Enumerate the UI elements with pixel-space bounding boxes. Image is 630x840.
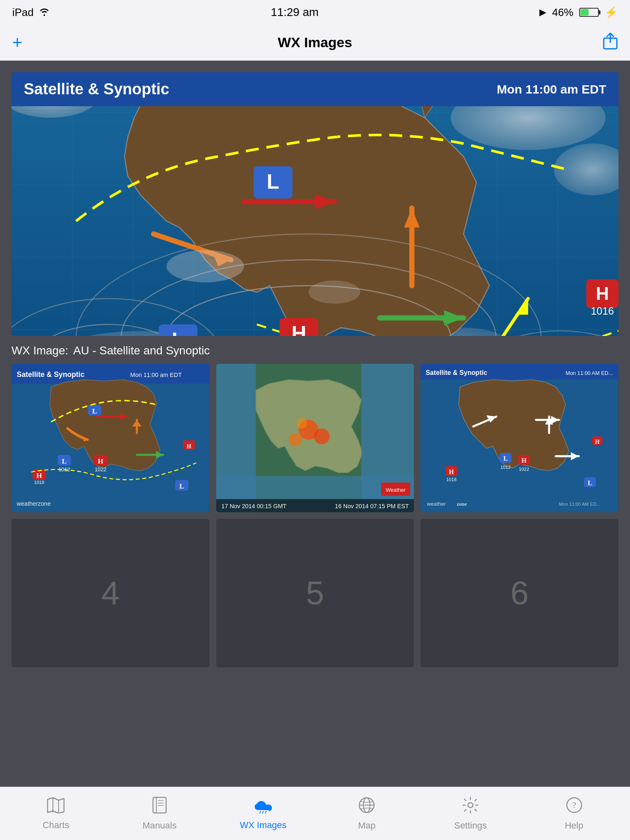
thumbnail-6[interactable]: 6 [420,519,619,667]
gear-icon [462,797,479,818]
share-button[interactable] [603,32,618,53]
main-image-title: Satellite & Synoptic [24,80,169,98]
svg-rect-118 [153,797,166,813]
weather-map-visual: H 1022 L 1012 L H 1018 H 1016 L [11,106,619,336]
thumbnail-5[interactable]: 5 [216,519,414,667]
wifi-icon [39,6,50,19]
svg-text:1018: 1018 [34,480,44,485]
svg-text:H: H [98,457,103,465]
tab-label-wx-images: WX Images [240,820,287,831]
main-image-timestamp: Mon 11:00 am EDT [497,82,606,96]
svg-text:Satellite & Synoptic: Satellite & Synoptic [17,370,84,379]
status-bar: iPad 11:29 am ▶ 46% ⚡ [0,0,630,25]
svg-text:L: L [62,457,67,465]
svg-text:L: L [588,479,592,486]
tab-label-manuals: Manuals [142,820,176,831]
wx-image-value: AU - Satellite and Synoptic [73,344,210,357]
svg-line-123 [260,811,260,813]
svg-text:L: L [267,170,279,193]
svg-text:L: L [504,455,508,462]
carrier-label: iPad [12,6,34,19]
placeholder-6: 6 [420,519,619,667]
main-image-header: Satellite & Synoptic Mon 11:00 am EDT [11,72,619,106]
tab-item-settings[interactable]: Settings [440,797,501,831]
svg-text:L: L [172,328,185,336]
svg-text:1012: 1012 [500,465,511,470]
svg-text:L: L [179,482,184,490]
svg-text:weatherzone: weatherzone [16,500,51,507]
svg-text:H: H [596,283,609,304]
battery-indicator [579,8,599,17]
svg-text:1016: 1016 [591,305,614,317]
thumbnail-4[interactable]: 4 [11,519,210,667]
thumbnail-1[interactable]: Satellite & Synoptic Mon 11:00 am EDT H … [11,364,210,512]
tab-label-map: Map [358,820,376,831]
map-icon [47,797,65,817]
question-icon: ? [566,797,582,818]
thumbnails-row-2: 4 5 6 [11,519,619,667]
svg-point-82 [314,429,330,445]
svg-text:Mon 11:00 AM ED...: Mon 11:00 AM ED... [566,370,613,376]
tab-item-map[interactable]: Map [336,797,397,831]
placeholder-4: 4 [11,519,210,667]
placeholder-num-6: 6 [510,574,529,612]
svg-text:L: L [92,407,97,415]
thumbnail-2[interactable]: 17 Nov 2014 00:15 GMT 16 Nov 2014 07:15 … [216,364,414,512]
placeholder-5: 5 [216,519,414,667]
time-display: 11:29 am [271,6,319,19]
page-title: WX Images [278,34,352,50]
main-content: Satellite & Synoptic Mon 11:00 am EDT [0,61,630,787]
svg-point-83 [297,418,307,429]
navigation-bar: + WX Images [0,25,630,61]
add-button[interactable]: + [12,33,23,52]
location-icon: ▶ [539,7,546,18]
tab-item-wx-images[interactable]: WX Images [233,797,294,831]
tab-item-charts[interactable]: Charts [25,797,87,831]
svg-text:1022: 1022 [95,466,107,472]
svg-text:H: H [187,443,192,450]
thumbnails-row-1: Satellite & Synoptic Mon 11:00 am EDT H … [11,364,619,512]
charging-icon: ⚡ [605,6,618,19]
svg-text:1022: 1022 [519,467,529,472]
svg-text:1018: 1018 [446,477,457,482]
globe-icon [358,797,375,818]
tab-label-help: Help [565,820,583,831]
svg-text:H: H [595,438,600,445]
svg-text:Mon 11:00 am EDT: Mon 11:00 am EDT [130,372,182,378]
placeholder-num-5: 5 [306,574,324,612]
svg-line-125 [265,811,266,813]
tab-label-charts: Charts [43,820,69,831]
svg-text:H: H [522,457,527,464]
svg-text:H: H [291,322,306,336]
svg-point-54 [308,281,360,304]
battery-percentage: 46% [552,6,573,19]
svg-point-81 [289,433,302,446]
status-right: ▶ 46% ⚡ [539,6,618,19]
svg-text:H: H [449,468,454,475]
wx-image-label: WX Image: AU - Satellite and Synoptic [11,344,619,357]
placeholder-num-4: 4 [101,574,120,612]
svg-line-124 [262,811,263,813]
svg-point-129 [468,803,473,808]
svg-text:16 Nov 2014 07:15 PM EST: 16 Nov 2014 07:15 PM EST [335,503,409,509]
main-weather-image[interactable]: Satellite & Synoptic Mon 11:00 am EDT [11,72,619,336]
svg-text:Weather: Weather [386,487,406,493]
wx-image-key: WX Image: [11,344,68,357]
tab-item-manuals[interactable]: Manuals [129,797,190,831]
thumbnail-3[interactable]: Satellite & Synoptic Mon 11:00 AM ED... … [420,364,619,512]
cloud-icon [253,797,274,817]
tab-item-help[interactable]: ? Help [543,797,605,831]
status-left: iPad [12,6,50,19]
svg-text:H: H [37,471,42,479]
book-icon [152,797,167,818]
svg-text:17 Nov 2014 00:15 GMT: 17 Nov 2014 00:15 GMT [221,503,287,509]
tab-bar: Charts Manuals WX Images [0,787,630,840]
tab-label-settings: Settings [454,820,487,831]
svg-text:zone: zone [457,501,467,507]
svg-text:Satellite & Synoptic: Satellite & Synoptic [426,369,487,376]
svg-text:?: ? [572,800,576,810]
svg-point-53 [167,250,244,283]
svg-text:weather: weather [427,501,446,507]
svg-text:Mon 11:00 AM ED...: Mon 11:00 AM ED... [559,502,600,507]
